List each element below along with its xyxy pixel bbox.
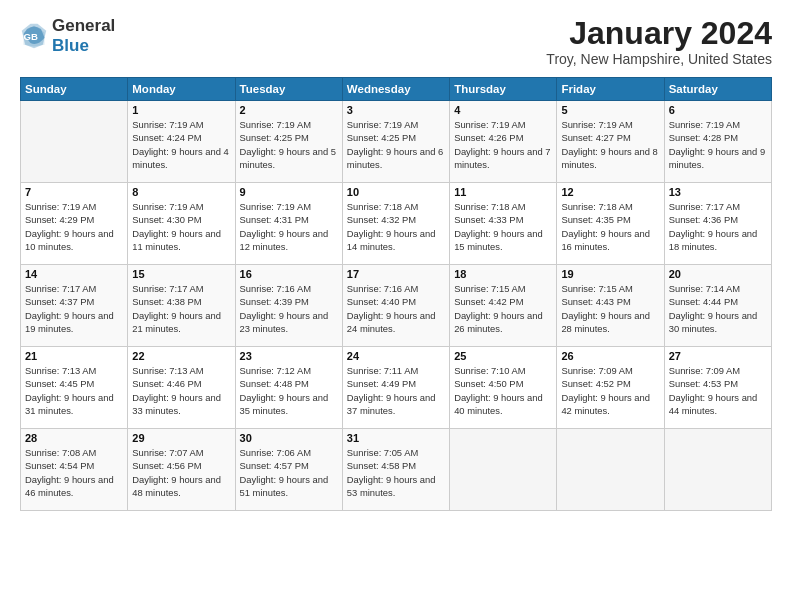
title-block: January 2024 Troy, New Hampshire, United… xyxy=(546,16,772,67)
day-number: 22 xyxy=(132,350,230,362)
calendar-cell: 30Sunrise: 7:06 AMSunset: 4:57 PMDayligh… xyxy=(235,429,342,511)
day-info: Sunrise: 7:17 AMSunset: 4:36 PMDaylight:… xyxy=(669,200,767,253)
calendar-cell: 29Sunrise: 7:07 AMSunset: 4:56 PMDayligh… xyxy=(128,429,235,511)
day-number: 24 xyxy=(347,350,445,362)
month-title: January 2024 xyxy=(546,16,772,51)
calendar-cell xyxy=(450,429,557,511)
calendar-cell: 12Sunrise: 7:18 AMSunset: 4:35 PMDayligh… xyxy=(557,183,664,265)
day-number: 29 xyxy=(132,432,230,444)
day-info: Sunrise: 7:17 AMSunset: 4:37 PMDaylight:… xyxy=(25,282,123,335)
logo: GB General Blue xyxy=(20,16,115,55)
svg-text:GB: GB xyxy=(24,30,38,41)
calendar-cell: 19Sunrise: 7:15 AMSunset: 4:43 PMDayligh… xyxy=(557,265,664,347)
day-info: Sunrise: 7:05 AMSunset: 4:58 PMDaylight:… xyxy=(347,446,445,499)
day-info: Sunrise: 7:09 AMSunset: 4:53 PMDaylight:… xyxy=(669,364,767,417)
calendar-cell: 10Sunrise: 7:18 AMSunset: 4:32 PMDayligh… xyxy=(342,183,449,265)
calendar-cell: 16Sunrise: 7:16 AMSunset: 4:39 PMDayligh… xyxy=(235,265,342,347)
day-number: 28 xyxy=(25,432,123,444)
calendar-cell: 21Sunrise: 7:13 AMSunset: 4:45 PMDayligh… xyxy=(21,347,128,429)
calendar-cell: 7Sunrise: 7:19 AMSunset: 4:29 PMDaylight… xyxy=(21,183,128,265)
day-number: 1 xyxy=(132,104,230,116)
calendar-cell: 14Sunrise: 7:17 AMSunset: 4:37 PMDayligh… xyxy=(21,265,128,347)
day-info: Sunrise: 7:16 AMSunset: 4:39 PMDaylight:… xyxy=(240,282,338,335)
calendar-cell: 25Sunrise: 7:10 AMSunset: 4:50 PMDayligh… xyxy=(450,347,557,429)
calendar-cell: 1Sunrise: 7:19 AMSunset: 4:24 PMDaylight… xyxy=(128,101,235,183)
day-number: 7 xyxy=(25,186,123,198)
day-number: 21 xyxy=(25,350,123,362)
calendar-cell: 17Sunrise: 7:16 AMSunset: 4:40 PMDayligh… xyxy=(342,265,449,347)
calendar-cell: 3Sunrise: 7:19 AMSunset: 4:25 PMDaylight… xyxy=(342,101,449,183)
day-number: 18 xyxy=(454,268,552,280)
day-info: Sunrise: 7:14 AMSunset: 4:44 PMDaylight:… xyxy=(669,282,767,335)
day-info: Sunrise: 7:16 AMSunset: 4:40 PMDaylight:… xyxy=(347,282,445,335)
day-info: Sunrise: 7:19 AMSunset: 4:26 PMDaylight:… xyxy=(454,118,552,171)
day-info: Sunrise: 7:19 AMSunset: 4:24 PMDaylight:… xyxy=(132,118,230,171)
day-number: 2 xyxy=(240,104,338,116)
logo-text: General Blue xyxy=(52,16,115,55)
day-number: 26 xyxy=(561,350,659,362)
generalblue-icon: GB xyxy=(20,22,48,50)
day-number: 31 xyxy=(347,432,445,444)
calendar-cell: 6Sunrise: 7:19 AMSunset: 4:28 PMDaylight… xyxy=(664,101,771,183)
day-info: Sunrise: 7:18 AMSunset: 4:35 PMDaylight:… xyxy=(561,200,659,253)
day-number: 30 xyxy=(240,432,338,444)
day-info: Sunrise: 7:10 AMSunset: 4:50 PMDaylight:… xyxy=(454,364,552,417)
day-info: Sunrise: 7:15 AMSunset: 4:43 PMDaylight:… xyxy=(561,282,659,335)
day-info: Sunrise: 7:19 AMSunset: 4:25 PMDaylight:… xyxy=(347,118,445,171)
calendar-cell: 26Sunrise: 7:09 AMSunset: 4:52 PMDayligh… xyxy=(557,347,664,429)
weekday-header-sunday: Sunday xyxy=(21,78,128,101)
day-number: 16 xyxy=(240,268,338,280)
day-number: 9 xyxy=(240,186,338,198)
day-info: Sunrise: 7:18 AMSunset: 4:33 PMDaylight:… xyxy=(454,200,552,253)
day-number: 20 xyxy=(669,268,767,280)
page: GB General Blue January 2024 Troy, New H… xyxy=(0,0,792,612)
day-number: 19 xyxy=(561,268,659,280)
weekday-header-thursday: Thursday xyxy=(450,78,557,101)
calendar-cell: 20Sunrise: 7:14 AMSunset: 4:44 PMDayligh… xyxy=(664,265,771,347)
calendar-week-row: 21Sunrise: 7:13 AMSunset: 4:45 PMDayligh… xyxy=(21,347,772,429)
location: Troy, New Hampshire, United States xyxy=(546,51,772,67)
day-info: Sunrise: 7:19 AMSunset: 4:31 PMDaylight:… xyxy=(240,200,338,253)
calendar-cell: 8Sunrise: 7:19 AMSunset: 4:30 PMDaylight… xyxy=(128,183,235,265)
day-info: Sunrise: 7:13 AMSunset: 4:45 PMDaylight:… xyxy=(25,364,123,417)
day-number: 14 xyxy=(25,268,123,280)
day-number: 27 xyxy=(669,350,767,362)
day-info: Sunrise: 7:11 AMSunset: 4:49 PMDaylight:… xyxy=(347,364,445,417)
calendar-cell: 24Sunrise: 7:11 AMSunset: 4:49 PMDayligh… xyxy=(342,347,449,429)
day-number: 13 xyxy=(669,186,767,198)
logo-general: General xyxy=(52,16,115,35)
calendar-cell: 4Sunrise: 7:19 AMSunset: 4:26 PMDaylight… xyxy=(450,101,557,183)
day-number: 10 xyxy=(347,186,445,198)
calendar-table: SundayMondayTuesdayWednesdayThursdayFrid… xyxy=(20,77,772,511)
weekday-header-tuesday: Tuesday xyxy=(235,78,342,101)
calendar-week-row: 1Sunrise: 7:19 AMSunset: 4:24 PMDaylight… xyxy=(21,101,772,183)
day-info: Sunrise: 7:06 AMSunset: 4:57 PMDaylight:… xyxy=(240,446,338,499)
day-number: 25 xyxy=(454,350,552,362)
day-info: Sunrise: 7:19 AMSunset: 4:30 PMDaylight:… xyxy=(132,200,230,253)
calendar-cell: 18Sunrise: 7:15 AMSunset: 4:42 PMDayligh… xyxy=(450,265,557,347)
day-info: Sunrise: 7:08 AMSunset: 4:54 PMDaylight:… xyxy=(25,446,123,499)
weekday-header-wednesday: Wednesday xyxy=(342,78,449,101)
day-info: Sunrise: 7:13 AMSunset: 4:46 PMDaylight:… xyxy=(132,364,230,417)
weekday-header-friday: Friday xyxy=(557,78,664,101)
calendar-week-row: 28Sunrise: 7:08 AMSunset: 4:54 PMDayligh… xyxy=(21,429,772,511)
calendar-cell: 15Sunrise: 7:17 AMSunset: 4:38 PMDayligh… xyxy=(128,265,235,347)
day-number: 12 xyxy=(561,186,659,198)
calendar-cell: 11Sunrise: 7:18 AMSunset: 4:33 PMDayligh… xyxy=(450,183,557,265)
calendar-cell: 31Sunrise: 7:05 AMSunset: 4:58 PMDayligh… xyxy=(342,429,449,511)
day-number: 6 xyxy=(669,104,767,116)
day-info: Sunrise: 7:15 AMSunset: 4:42 PMDaylight:… xyxy=(454,282,552,335)
day-number: 15 xyxy=(132,268,230,280)
day-number: 17 xyxy=(347,268,445,280)
day-number: 3 xyxy=(347,104,445,116)
calendar-cell: 22Sunrise: 7:13 AMSunset: 4:46 PMDayligh… xyxy=(128,347,235,429)
calendar-cell: 5Sunrise: 7:19 AMSunset: 4:27 PMDaylight… xyxy=(557,101,664,183)
calendar-cell xyxy=(557,429,664,511)
header: GB General Blue January 2024 Troy, New H… xyxy=(20,16,772,67)
day-number: 4 xyxy=(454,104,552,116)
calendar-cell xyxy=(21,101,128,183)
day-number: 8 xyxy=(132,186,230,198)
calendar-cell: 13Sunrise: 7:17 AMSunset: 4:36 PMDayligh… xyxy=(664,183,771,265)
day-info: Sunrise: 7:07 AMSunset: 4:56 PMDaylight:… xyxy=(132,446,230,499)
calendar-cell: 9Sunrise: 7:19 AMSunset: 4:31 PMDaylight… xyxy=(235,183,342,265)
